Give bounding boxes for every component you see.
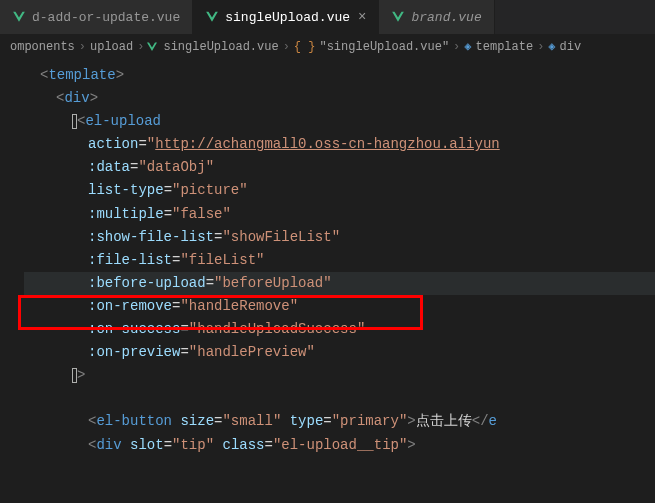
code-line: :on-success="handleUploadSuccess" — [24, 318, 655, 341]
chevron-right-icon: › — [537, 40, 544, 54]
code-line: :file-list="fileList" — [24, 249, 655, 272]
code-line: list-type="picture" — [24, 179, 655, 202]
code-line: <el-upload — [24, 110, 655, 133]
code-line: <div> — [24, 87, 655, 110]
template-icon: ◈ — [464, 39, 471, 54]
code-line: :data="dataObj" — [24, 156, 655, 179]
tab-singleupload[interactable]: singleUpload.vue × — [193, 0, 379, 34]
tab-add-or-update[interactable]: d-add-or-update.vue — [0, 0, 193, 34]
div-icon: ◈ — [548, 39, 555, 54]
breadcrumb-item[interactable]: omponents — [10, 40, 75, 54]
code-line: :show-file-list="showFileList" — [24, 226, 655, 249]
tab-brand[interactable]: brand.vue — [379, 0, 494, 34]
code-line: > — [24, 364, 655, 387]
chevron-right-icon: › — [453, 40, 460, 54]
close-icon[interactable]: × — [358, 9, 366, 25]
breadcrumb-item[interactable]: template — [476, 40, 534, 54]
tab-label: brand.vue — [411, 10, 481, 25]
breadcrumb-item[interactable]: singleUpload.vue — [163, 40, 278, 54]
code-line: <el-button size="small" type="primary">点… — [24, 410, 655, 433]
code-line: <template> — [24, 64, 655, 87]
breadcrumb-item[interactable]: "singleUpload.vue" — [319, 40, 449, 54]
code-editor[interactable]: <template> <div> <el-upload action="http… — [0, 58, 655, 463]
breadcrumb-item[interactable]: upload — [90, 40, 133, 54]
breadcrumb[interactable]: omponents › upload › singleUpload.vue › … — [0, 35, 655, 58]
vue-file-icon — [391, 10, 405, 24]
chevron-right-icon: › — [283, 40, 290, 54]
code-line: <div slot="tip" class="el-upload__tip"> — [24, 434, 655, 457]
breadcrumb-item[interactable]: div — [560, 40, 582, 54]
vue-file-icon — [12, 10, 26, 24]
code-line-highlighted: :before-upload="beforeUpload" — [24, 272, 655, 295]
tab-label: singleUpload.vue — [225, 10, 350, 25]
code-line: :on-preview="handlePreview" — [24, 341, 655, 364]
code-line: :multiple="false" — [24, 203, 655, 226]
chevron-right-icon: › — [137, 40, 144, 54]
tab-label: d-add-or-update.vue — [32, 10, 180, 25]
code-line: action="http://achangmall0.oss-cn-hangzh… — [24, 133, 655, 156]
code-line-blank — [24, 387, 655, 410]
chevron-right-icon: › — [79, 40, 86, 54]
braces-icon: { } — [294, 40, 316, 54]
code-line: :on-remove="handleRemove" — [24, 295, 655, 318]
editor-tabs: d-add-or-update.vue singleUpload.vue × b… — [0, 0, 655, 35]
vue-file-icon — [205, 10, 219, 24]
vue-file-icon — [146, 41, 158, 53]
